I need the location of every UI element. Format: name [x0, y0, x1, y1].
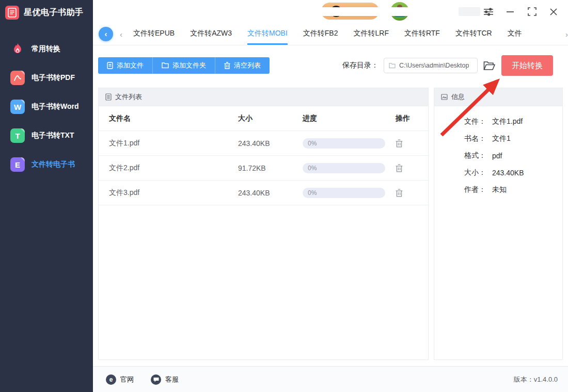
info-label: 格式： — [456, 151, 486, 160]
col-progress: 进度 — [303, 114, 396, 123]
trash-icon — [224, 62, 230, 69]
sidebar-item-label: 电子书转TXT — [31, 131, 74, 140]
file-size: 243.40KB — [238, 139, 303, 148]
info-label: 大小： — [456, 168, 486, 177]
info-field-bookname: 书名： 文件1 — [434, 130, 562, 147]
customer-service-label: 客服 — [165, 375, 179, 384]
file-name: 文件1.pdf — [109, 139, 238, 148]
clear-list-button[interactable]: 清空列表 — [215, 57, 270, 74]
folder-icon — [162, 62, 169, 69]
chat-bubble-icon — [151, 374, 161, 385]
format-tabbar: ‹ ‹ 文件转EPUB 文件转AZW3 文件转MOBI 文件转FB2 文件转LR… — [93, 23, 568, 45]
progress-value: 0% — [308, 140, 317, 147]
sidebar-item-label: 电子书转Word — [31, 102, 79, 111]
sidebar-item-ebook-to-pdf[interactable]: 电子书转PDF — [0, 70, 93, 86]
redaction-faint-box — [459, 7, 480, 16]
file-list-title: 文件列表 — [115, 92, 142, 102]
info-field-size: 大小： 243.40KB — [434, 164, 562, 181]
tab-tcr[interactable]: 文件转TCR — [455, 23, 492, 45]
file-actions-group: 添加文件 添加文件夹 清空列表 — [98, 57, 270, 74]
info-label: 文件： — [456, 117, 486, 126]
delete-row-icon[interactable] — [396, 188, 404, 198]
settings-sliders-icon[interactable] — [483, 7, 494, 17]
sidebar-item-common-convert[interactable]: 常用转换 — [0, 41, 93, 57]
info-label: 书名： — [456, 134, 486, 143]
info-value: 文件1 — [492, 134, 511, 143]
tab-lrf[interactable]: 文件转LRF — [353, 23, 388, 45]
progress-bar: 0% — [303, 188, 385, 198]
main-area: ‹ ‹ 文件转EPUB 文件转AZW3 文件转MOBI 文件转FB2 文件转LR… — [93, 0, 568, 392]
sidebar-item-label: 文件转电子书 — [31, 160, 75, 169]
tab-epub[interactable]: 文件转EPUB — [133, 23, 175, 45]
tab-azw3[interactable]: 文件转AZW3 — [190, 23, 232, 45]
progress-bar: 0% — [303, 138, 385, 149]
info-value: 未知 — [492, 185, 507, 194]
delete-row-icon[interactable] — [396, 164, 404, 173]
document-icon — [107, 62, 113, 69]
save-directory-group: 保存目录： C:\Users\admin\Desktop 开始转换 — [342, 55, 568, 76]
official-site-link[interactable]: e 官网 — [106, 374, 134, 385]
pdf-file-icon — [10, 71, 25, 85]
back-chevron-icon: ‹ — [105, 30, 107, 38]
col-size: 大小 — [238, 114, 303, 123]
version-text: 版本：v1.4.0.0 — [514, 375, 558, 384]
save-directory-value: C:\Users\admin\Desktop — [399, 62, 469, 69]
app-logo-icon — [5, 6, 19, 20]
back-button[interactable]: ‹ — [99, 27, 113, 41]
txt-file-icon: T — [10, 128, 25, 143]
info-card-icon — [441, 94, 448, 100]
info-fields: 文件： 文件1.pdf 书名： 文件1 格式： pdf 大小： 243.40KB… — [434, 106, 562, 198]
file-size: 243.40KB — [238, 189, 303, 197]
file-name: 文件2.pdf — [109, 164, 238, 173]
flame-icon — [10, 42, 25, 56]
list-icon — [105, 93, 112, 101]
col-filename: 文件名 — [109, 114, 238, 123]
info-value: 243.40KB — [492, 169, 524, 177]
browse-folder-icon[interactable] — [483, 61, 495, 71]
add-folder-label: 添加文件夹 — [172, 61, 206, 70]
file-list-header: 文件列表 — [99, 88, 428, 106]
info-field-author: 作者： 未知 — [434, 181, 562, 198]
customer-service-link[interactable]: 客服 — [151, 374, 179, 385]
maximize-icon[interactable] — [527, 7, 537, 17]
app-logo: 星优电子书助手 — [0, 0, 93, 20]
tabs-scroll-right-icon[interactable]: › — [565, 30, 568, 39]
tabs-scroll-left-icon[interactable]: ‹ — [120, 30, 122, 39]
sidebar-item-file-to-ebook[interactable]: E 文件转电子书 — [0, 157, 93, 172]
toolbar: 添加文件 添加文件夹 清空列表 保存目录： — [93, 54, 568, 77]
sidebar-item-ebook-to-txt[interactable]: T 电子书转TXT — [0, 128, 93, 143]
sidebar-item-ebook-to-word[interactable]: W 电子书转Word — [0, 99, 93, 115]
add-file-button[interactable]: 添加文件 — [98, 57, 153, 74]
progress-value: 0% — [308, 189, 317, 197]
file-name: 文件3.pdf — [109, 188, 238, 198]
close-icon[interactable] — [548, 7, 559, 17]
info-panel: 信息 文件： 文件1.pdf 书名： 文件1 格式： pdf 大小： 243.4… — [434, 88, 563, 360]
info-field-file: 文件： 文件1.pdf — [434, 113, 562, 130]
progress-value: 0% — [308, 165, 317, 172]
minimize-icon[interactable] — [505, 7, 515, 17]
window-controls — [483, 0, 559, 23]
app-title: 星优电子书助手 — [24, 7, 84, 18]
tab-fb2[interactable]: 文件转FB2 — [303, 23, 338, 45]
titlebar — [93, 0, 568, 23]
table-row: 文件3.pdf 243.40KB 0% — [99, 181, 428, 205]
folder-icon — [389, 63, 396, 69]
sidebar-item-label: 常用转换 — [31, 44, 60, 54]
add-folder-button[interactable]: 添加文件夹 — [153, 57, 215, 74]
start-convert-button[interactable]: 开始转换 — [501, 55, 553, 76]
table-header-row: 文件名 大小 进度 操作 — [99, 106, 428, 131]
save-directory-input[interactable]: C:\Users\admin\Desktop — [384, 58, 478, 73]
info-label: 作者： — [456, 185, 486, 194]
ebook-file-icon: E — [10, 157, 25, 172]
sidebar-item-label: 电子书转PDF — [31, 73, 75, 83]
file-list-panel: 文件列表 文件名 大小 进度 操作 文件1.pdf 243.40KB 0% 文件… — [98, 88, 429, 360]
tab-truncated[interactable]: 文件 — [508, 23, 522, 45]
tab-rtf[interactable]: 文件转RTF — [404, 23, 440, 45]
info-panel-header: 信息 — [434, 88, 562, 106]
tab-mobi[interactable]: 文件转MOBI — [247, 23, 288, 45]
info-value: 文件1.pdf — [492, 117, 523, 126]
delete-row-icon[interactable] — [396, 139, 404, 148]
globe-e-icon: e — [106, 374, 116, 385]
info-field-format: 格式： pdf — [434, 147, 562, 164]
info-panel-title: 信息 — [451, 92, 465, 102]
